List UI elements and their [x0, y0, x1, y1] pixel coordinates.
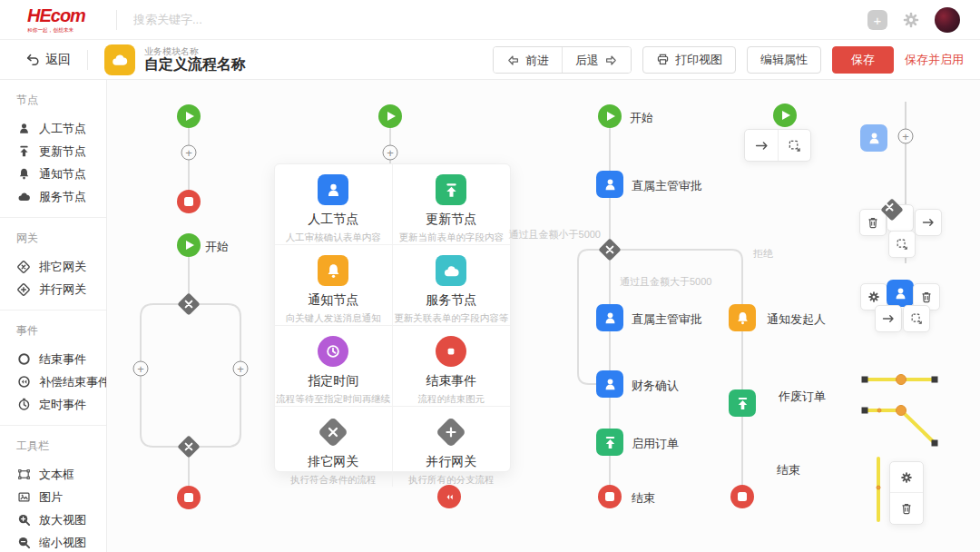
- print-view-button[interactable]: 打印视图: [642, 46, 736, 74]
- avatar[interactable]: [935, 7, 960, 33]
- human-node[interactable]: [596, 304, 623, 331]
- palette-human-node[interactable]: 人工节点 人工审核确认表单内容: [275, 164, 393, 245]
- sidebar-item-textbox[interactable]: 文本框: [16, 463, 106, 486]
- add-node-connector[interactable]: +: [383, 145, 398, 161]
- sidebar-item-compensation-end-event[interactable]: 补偿结束事件: [16, 370, 106, 393]
- end-event-node[interactable]: [177, 486, 201, 509]
- person-icon: [603, 310, 618, 326]
- item-label: 排它网关: [39, 259, 86, 275]
- save-and-enable-button[interactable]: 保存并启用: [905, 52, 964, 68]
- update-node[interactable]: [596, 429, 623, 456]
- sidebar-item-parallel-gateway[interactable]: 并行网关: [16, 278, 106, 301]
- connector-endpoint-handle[interactable]: [862, 408, 868, 414]
- delete-button[interactable]: [890, 493, 923, 524]
- start-event-node[interactable]: [177, 233, 201, 257]
- sidebar-item-human-node[interactable]: 人工节点: [16, 117, 106, 140]
- clock-icon: [318, 336, 348, 367]
- delete-button[interactable]: [859, 209, 887, 236]
- arrow-left-icon: [506, 54, 520, 67]
- condition-label: 通过且金额小于5000: [505, 228, 601, 242]
- update-node[interactable]: [729, 389, 756, 417]
- module-label: 业务模块名称: [144, 46, 246, 57]
- apps-icon[interactable]: +: [867, 10, 887, 30]
- connect-arrow-button[interactable]: [875, 305, 902, 332]
- human-node[interactable]: [596, 171, 623, 198]
- end-event-node[interactable]: [730, 485, 754, 508]
- sidebar-item-end-event[interactable]: 结束事件: [16, 348, 106, 370]
- flow-canvas[interactable]: + 开始 + + + 人工节点 人工审核确认表单内容 更新节点 更新当前表单的字…: [107, 80, 980, 552]
- add-node-connector[interactable]: +: [133, 361, 149, 377]
- palette-exclusive-gateway[interactable]: 排它网关 执行符合条件的流程: [275, 407, 393, 487]
- connector-midpoint-handle[interactable]: [896, 405, 906, 416]
- edit-properties-button[interactable]: 编辑属性: [747, 46, 821, 74]
- connector-endpoint-handle[interactable]: [932, 440, 938, 447]
- connector-midpoint-handle[interactable]: [896, 374, 906, 385]
- connector-endpoint-handle[interactable]: [932, 377, 938, 383]
- palette-end-event[interactable]: 结束事件 流程的结束图元: [393, 326, 511, 407]
- notify-node[interactable]: [729, 304, 756, 331]
- backward-button[interactable]: 后退: [562, 47, 631, 74]
- copy-node-button[interactable]: [888, 231, 916, 258]
- sidebar-item-zoom-in[interactable]: 放大视图: [16, 508, 106, 531]
- palette-notify-node[interactable]: 通知节点 向关键人发送消息通知: [275, 245, 393, 326]
- drag-ghost-human-node[interactable]: [860, 124, 887, 152]
- sidebar-item-zoom-out[interactable]: 缩小视图: [16, 531, 106, 552]
- add-node-connector[interactable]: +: [233, 361, 249, 377]
- sidebar-item-notify-node[interactable]: 通知节点: [16, 163, 106, 185]
- node-label: 作废订单: [779, 389, 826, 405]
- back-button[interactable]: 返回: [25, 52, 71, 68]
- copy-node-button[interactable]: [903, 305, 930, 332]
- selected-gateway-node[interactable]: [887, 204, 914, 232]
- logo[interactable]: HEcom 和你一起，创想未来: [0, 5, 100, 34]
- person-icon: [603, 177, 618, 192]
- save-button[interactable]: 保存: [832, 46, 894, 74]
- start-event-node[interactable]: [598, 104, 622, 128]
- connect-arrow-button[interactable]: [745, 130, 778, 161]
- flow-connectors: [107, 80, 980, 552]
- node-label: 开始: [630, 110, 653, 126]
- start-event-node[interactable]: [378, 104, 402, 128]
- connect-arrow-button[interactable]: [915, 209, 942, 236]
- palette-title: 服务节点: [426, 292, 476, 309]
- settings-button[interactable]: [890, 462, 923, 493]
- connector-point-handle[interactable]: [877, 409, 882, 413]
- sidebar-item-exclusive-gateway[interactable]: 排它网关: [16, 255, 106, 278]
- palette-update-node[interactable]: 更新节点 更新当前表单的字段内容: [393, 164, 511, 245]
- add-node-connector[interactable]: +: [898, 129, 914, 144]
- start-event-node[interactable]: [773, 104, 797, 127]
- sidebar-item-service-node[interactable]: 服务节点: [16, 185, 106, 208]
- add-node-connector[interactable]: +: [181, 145, 197, 161]
- palette-title: 并行网关: [426, 454, 476, 470]
- zoom-in-icon: [16, 513, 31, 527]
- end-event-node[interactable]: [598, 485, 622, 508]
- stop-icon: [605, 492, 614, 501]
- palette-parallel-gateway[interactable]: 并行网关 执行所有的分支流程: [393, 407, 511, 487]
- start-event-node[interactable]: [177, 104, 201, 128]
- item-label: 服务节点: [39, 189, 86, 205]
- node-label: 开始: [205, 239, 229, 255]
- compensation-end-node[interactable]: [437, 485, 461, 508]
- selected-human-node[interactable]: [887, 280, 914, 307]
- item-label: 定时事件: [39, 397, 86, 413]
- stop-icon: [436, 336, 466, 367]
- connector-endpoint-handle[interactable]: [862, 377, 868, 383]
- image-icon: [16, 490, 31, 505]
- copy-node-button[interactable]: [778, 130, 810, 161]
- person-icon: [16, 122, 31, 136]
- item-label: 缩小视图: [39, 535, 86, 551]
- end-event-node[interactable]: [177, 190, 201, 213]
- sidebar-item-timer-event[interactable]: 定时事件: [16, 393, 106, 416]
- human-node[interactable]: [596, 370, 623, 398]
- diamond-plus-icon: [16, 282, 31, 297]
- gear-icon[interactable]: [902, 11, 920, 29]
- palette-desc: 流程的结束图元: [418, 393, 485, 406]
- search-input[interactable]: [133, 13, 406, 26]
- connector-point-handle[interactable]: [877, 486, 881, 490]
- diamond-plus-icon: [436, 417, 466, 448]
- forward-button[interactable]: 前进: [494, 47, 562, 74]
- palette-service-node[interactable]: 服务节点 更新关联表单的字段内容等: [393, 245, 511, 326]
- sidebar-item-image[interactable]: 图片: [16, 486, 106, 508]
- palette-timer[interactable]: 指定时间 流程等待至指定时间再继续: [275, 326, 393, 407]
- palette-title: 人工节点: [308, 212, 358, 228]
- sidebar-item-update-node[interactable]: 更新节点: [16, 140, 106, 163]
